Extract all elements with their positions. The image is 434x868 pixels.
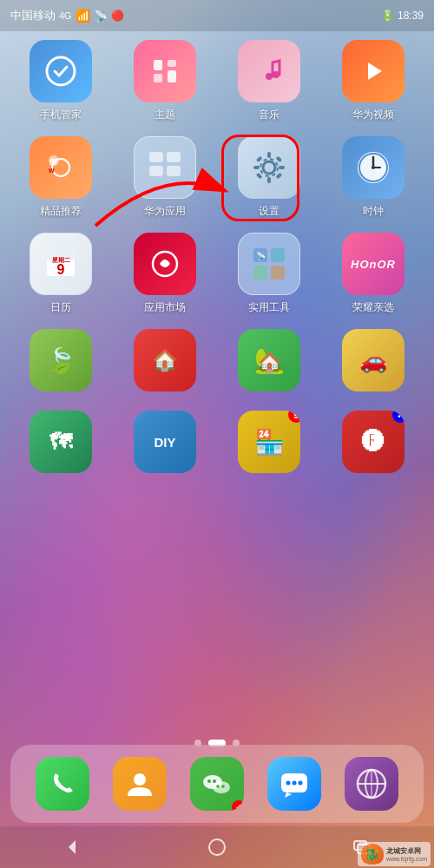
status-left: 中国移动 4G 📶 📡 🔴 — [10, 8, 124, 23]
misc1-icon: 🍃 — [30, 329, 92, 391]
theme-label: 主题 — [155, 108, 175, 122]
svg-point-42 — [134, 773, 146, 786]
svg-rect-24 — [256, 173, 263, 180]
watermark-line2: www.fcjrfg.com — [386, 856, 427, 862]
jingpin-icon: 淘 W — [30, 136, 92, 199]
svg-point-52 — [298, 781, 302, 786]
svg-rect-38 — [253, 266, 267, 279]
jingpin-label: 精品推荐 — [40, 204, 82, 219]
huawei-app-icon — [134, 136, 196, 199]
app-calendar[interactable]: 星期二 9 日历 — [9, 233, 113, 315]
row5-4-icon: 🅡 ✓ — [342, 411, 404, 473]
watermark: 🐉 龙城安卓网 www.fcjrfg.com — [358, 842, 431, 866]
svg-rect-2 — [168, 60, 176, 67]
huawei-app-label: 华为应用 — [144, 204, 186, 219]
svg-rect-1 — [154, 60, 162, 70]
dock-contacts[interactable] — [113, 757, 167, 811]
network-type: 4G — [59, 10, 72, 21]
app-tools[interactable]: 📡 实用工具 — [217, 233, 321, 315]
settings-icon — [238, 136, 300, 199]
app-misc4[interactable]: 🚗 — [321, 329, 425, 397]
app-video[interactable]: 华为视频 — [321, 40, 425, 122]
calendar-icon: 星期二 9 — [30, 233, 92, 295]
watermark-dragon-icon: 🐉 — [361, 844, 384, 865]
honor-label: 荣耀亲选 — [352, 300, 394, 315]
nav-home[interactable] — [200, 830, 234, 865]
app-row5-1[interactable]: 🗺 — [9, 411, 113, 478]
time-display: 18:39 — [398, 10, 424, 22]
appmarket-label: 应用市场 — [144, 300, 186, 315]
app-settings[interactable]: 设置 — [217, 136, 321, 219]
calendar-label: 日历 — [50, 300, 71, 315]
tools-icon: 📡 — [238, 233, 300, 295]
svg-point-58 — [209, 839, 225, 855]
svg-rect-39 — [271, 266, 285, 279]
app-huawei-app[interactable]: 华为应用 — [113, 136, 217, 219]
svg-marker-57 — [69, 840, 76, 854]
svg-rect-20 — [253, 166, 260, 169]
video-label: 华为视频 — [352, 108, 394, 122]
dock-contacts-icon — [113, 757, 167, 811]
row5-1-icon: 🗺 — [30, 411, 92, 473]
clock-label: 时钟 — [363, 204, 384, 219]
svg-rect-14 — [149, 166, 163, 176]
svg-rect-23 — [275, 155, 282, 162]
app-phone-manager[interactable]: 手机管家 — [9, 40, 113, 122]
diy-icon: DIY — [134, 411, 196, 473]
app-misc2[interactable]: 🏠 — [113, 329, 217, 397]
status-right: 🔋 18:39 — [381, 10, 424, 22]
app-jingpin[interactable]: 淘 W 精品推荐 — [9, 136, 113, 219]
app-music[interactable]: 音乐 — [217, 40, 321, 122]
app-clock[interactable]: 时钟 — [321, 136, 425, 219]
dock-phone-icon — [36, 757, 89, 811]
svg-point-16 — [263, 161, 275, 174]
app-row5-4[interactable]: 🅡 ✓ — [321, 411, 425, 478]
app-diy[interactable]: DIY — [113, 411, 217, 478]
theme-icon — [134, 40, 196, 102]
dock: ✓ — [10, 745, 424, 823]
svg-point-50 — [286, 781, 290, 786]
svg-rect-13 — [167, 152, 181, 162]
dock-message-icon — [267, 757, 321, 811]
misc4-icon: 🚗 — [342, 329, 404, 391]
svg-rect-18 — [267, 152, 271, 158]
dock-message[interactable] — [267, 757, 321, 811]
settings-label: 设置 — [259, 204, 279, 219]
status-bar: 中国移动 4G 📶 📡 🔴 🔋 18:39 — [0, 0, 434, 31]
app-grid: 手机管家 主题 音乐 华为视频 淘 W 精品推荐 — [0, 31, 434, 487]
svg-text:9: 9 — [57, 262, 65, 277]
dock-wechat-icon: ✓ — [190, 757, 244, 811]
dock-phone[interactable] — [36, 757, 89, 811]
honor-icon: HOnOR — [342, 233, 404, 295]
dock-browser[interactable] — [345, 757, 398, 811]
svg-rect-37 — [271, 248, 285, 262]
carrier-text: 中国移动 — [10, 8, 56, 23]
svg-marker-7 — [368, 62, 382, 80]
app-meituan[interactable]: 🏪 9 — [217, 411, 321, 478]
svg-text:📡: 📡 — [256, 251, 266, 261]
dock-wechat[interactable]: ✓ — [190, 757, 244, 811]
signal-icon: 📶 — [76, 9, 90, 23]
app-misc3[interactable]: 🏡 — [217, 329, 321, 397]
svg-point-47 — [216, 785, 220, 788]
misc2-icon: 🏠 — [134, 329, 196, 391]
appmarket-icon — [134, 233, 196, 295]
watermark-line1: 龙城安卓网 — [386, 846, 427, 856]
app-appmarket[interactable]: 应用市场 — [113, 233, 217, 315]
svg-point-45 — [207, 779, 211, 783]
nav-back[interactable] — [55, 830, 89, 865]
clock-icon — [342, 136, 404, 199]
music-icon — [238, 40, 300, 102]
app-misc1[interactable]: 🍃 — [9, 329, 113, 397]
svg-rect-3 — [154, 74, 162, 82]
wifi-icon: 📡 — [94, 10, 108, 23]
phone-manager-icon — [30, 40, 92, 102]
svg-rect-4 — [168, 70, 176, 82]
svg-rect-21 — [279, 166, 285, 169]
svg-rect-19 — [267, 177, 271, 183]
app-honor[interactable]: HOnOR 荣耀亲选 — [321, 233, 425, 315]
meituan-icon: 🏪 9 — [238, 411, 300, 473]
music-label: 音乐 — [259, 108, 279, 122]
app-theme[interactable]: 主题 — [113, 40, 217, 122]
svg-point-51 — [292, 781, 296, 786]
